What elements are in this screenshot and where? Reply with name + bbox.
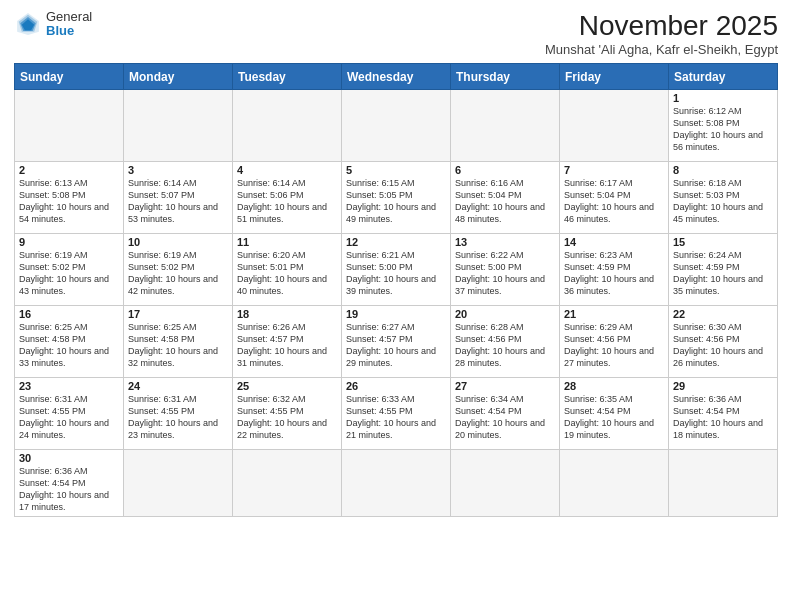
day-number: 12 [346,236,446,248]
day-info: Sunrise: 6:14 AM Sunset: 5:07 PM Dayligh… [128,177,228,226]
day-info: Sunrise: 6:27 AM Sunset: 4:57 PM Dayligh… [346,321,446,370]
day-info: Sunrise: 6:29 AM Sunset: 4:56 PM Dayligh… [564,321,664,370]
day-number: 14 [564,236,664,248]
table-row: 27Sunrise: 6:34 AM Sunset: 4:54 PM Dayli… [451,378,560,450]
day-info: Sunrise: 6:19 AM Sunset: 5:02 PM Dayligh… [19,249,119,298]
table-row: 8Sunrise: 6:18 AM Sunset: 5:03 PM Daylig… [669,162,778,234]
day-number: 4 [237,164,337,176]
day-number: 5 [346,164,446,176]
calendar-table: Sunday Monday Tuesday Wednesday Thursday… [14,63,778,517]
page: General Blue November 2025 Munshat 'Ali … [0,0,792,612]
day-number: 19 [346,308,446,320]
table-row: 21Sunrise: 6:29 AM Sunset: 4:56 PM Dayli… [560,306,669,378]
day-info: Sunrise: 6:21 AM Sunset: 5:00 PM Dayligh… [346,249,446,298]
location-subtitle: Munshat 'Ali Agha, Kafr el-Sheikh, Egypt [545,42,778,57]
table-row: 1Sunrise: 6:12 AM Sunset: 5:08 PM Daylig… [669,90,778,162]
day-number: 7 [564,164,664,176]
table-row: 4Sunrise: 6:14 AM Sunset: 5:06 PM Daylig… [233,162,342,234]
day-number: 10 [128,236,228,248]
table-row: 11Sunrise: 6:20 AM Sunset: 5:01 PM Dayli… [233,234,342,306]
day-number: 28 [564,380,664,392]
day-info: Sunrise: 6:14 AM Sunset: 5:06 PM Dayligh… [237,177,337,226]
day-number: 21 [564,308,664,320]
month-year-title: November 2025 [545,10,778,42]
header-tuesday: Tuesday [233,64,342,90]
table-row: 20Sunrise: 6:28 AM Sunset: 4:56 PM Dayli… [451,306,560,378]
table-row: 13Sunrise: 6:22 AM Sunset: 5:00 PM Dayli… [451,234,560,306]
table-row [233,90,342,162]
day-number: 23 [19,380,119,392]
day-info: Sunrise: 6:25 AM Sunset: 4:58 PM Dayligh… [128,321,228,370]
table-row: 12Sunrise: 6:21 AM Sunset: 5:00 PM Dayli… [342,234,451,306]
day-number: 30 [19,452,119,464]
table-row [451,90,560,162]
header-saturday: Saturday [669,64,778,90]
day-info: Sunrise: 6:24 AM Sunset: 4:59 PM Dayligh… [673,249,773,298]
table-row: 28Sunrise: 6:35 AM Sunset: 4:54 PM Dayli… [560,378,669,450]
day-number: 6 [455,164,555,176]
day-number: 25 [237,380,337,392]
day-number: 22 [673,308,773,320]
day-info: Sunrise: 6:15 AM Sunset: 5:05 PM Dayligh… [346,177,446,226]
day-info: Sunrise: 6:16 AM Sunset: 5:04 PM Dayligh… [455,177,555,226]
table-row: 3Sunrise: 6:14 AM Sunset: 5:07 PM Daylig… [124,162,233,234]
table-row [451,450,560,517]
table-row: 5Sunrise: 6:15 AM Sunset: 5:05 PM Daylig… [342,162,451,234]
table-row: 15Sunrise: 6:24 AM Sunset: 4:59 PM Dayli… [669,234,778,306]
day-number: 24 [128,380,228,392]
table-row [342,90,451,162]
day-info: Sunrise: 6:12 AM Sunset: 5:08 PM Dayligh… [673,105,773,154]
header-sunday: Sunday [15,64,124,90]
header-monday: Monday [124,64,233,90]
day-info: Sunrise: 6:31 AM Sunset: 4:55 PM Dayligh… [128,393,228,442]
table-row: 24Sunrise: 6:31 AM Sunset: 4:55 PM Dayli… [124,378,233,450]
table-row [669,450,778,517]
day-number: 2 [19,164,119,176]
day-number: 11 [237,236,337,248]
day-info: Sunrise: 6:19 AM Sunset: 5:02 PM Dayligh… [128,249,228,298]
logo: General Blue [14,10,92,39]
generalblue-logo-icon [14,10,42,38]
table-row [560,90,669,162]
day-info: Sunrise: 6:22 AM Sunset: 5:00 PM Dayligh… [455,249,555,298]
day-number: 3 [128,164,228,176]
table-row: 9Sunrise: 6:19 AM Sunset: 5:02 PM Daylig… [15,234,124,306]
table-row [560,450,669,517]
table-row [124,450,233,517]
day-info: Sunrise: 6:36 AM Sunset: 4:54 PM Dayligh… [673,393,773,442]
day-info: Sunrise: 6:32 AM Sunset: 4:55 PM Dayligh… [237,393,337,442]
day-info: Sunrise: 6:33 AM Sunset: 4:55 PM Dayligh… [346,393,446,442]
day-info: Sunrise: 6:20 AM Sunset: 5:01 PM Dayligh… [237,249,337,298]
title-block: November 2025 Munshat 'Ali Agha, Kafr el… [545,10,778,57]
table-row: 26Sunrise: 6:33 AM Sunset: 4:55 PM Dayli… [342,378,451,450]
table-row: 23Sunrise: 6:31 AM Sunset: 4:55 PM Dayli… [15,378,124,450]
day-number: 17 [128,308,228,320]
day-number: 13 [455,236,555,248]
table-row: 7Sunrise: 6:17 AM Sunset: 5:04 PM Daylig… [560,162,669,234]
day-number: 16 [19,308,119,320]
table-row: 25Sunrise: 6:32 AM Sunset: 4:55 PM Dayli… [233,378,342,450]
day-info: Sunrise: 6:17 AM Sunset: 5:04 PM Dayligh… [564,177,664,226]
table-row: 16Sunrise: 6:25 AM Sunset: 4:58 PM Dayli… [15,306,124,378]
logo-text: General Blue [46,10,92,39]
table-row [15,90,124,162]
day-number: 15 [673,236,773,248]
calendar-header-row: Sunday Monday Tuesday Wednesday Thursday… [15,64,778,90]
day-number: 18 [237,308,337,320]
table-row: 10Sunrise: 6:19 AM Sunset: 5:02 PM Dayli… [124,234,233,306]
table-row: 22Sunrise: 6:30 AM Sunset: 4:56 PM Dayli… [669,306,778,378]
day-number: 9 [19,236,119,248]
day-info: Sunrise: 6:36 AM Sunset: 4:54 PM Dayligh… [19,465,119,514]
logo-blue: Blue [46,24,92,38]
day-number: 29 [673,380,773,392]
day-info: Sunrise: 6:18 AM Sunset: 5:03 PM Dayligh… [673,177,773,226]
header-friday: Friday [560,64,669,90]
table-row [342,450,451,517]
header-wednesday: Wednesday [342,64,451,90]
table-row: 14Sunrise: 6:23 AM Sunset: 4:59 PM Dayli… [560,234,669,306]
table-row [233,450,342,517]
table-row: 17Sunrise: 6:25 AM Sunset: 4:58 PM Dayli… [124,306,233,378]
table-row [124,90,233,162]
day-number: 1 [673,92,773,104]
day-info: Sunrise: 6:35 AM Sunset: 4:54 PM Dayligh… [564,393,664,442]
